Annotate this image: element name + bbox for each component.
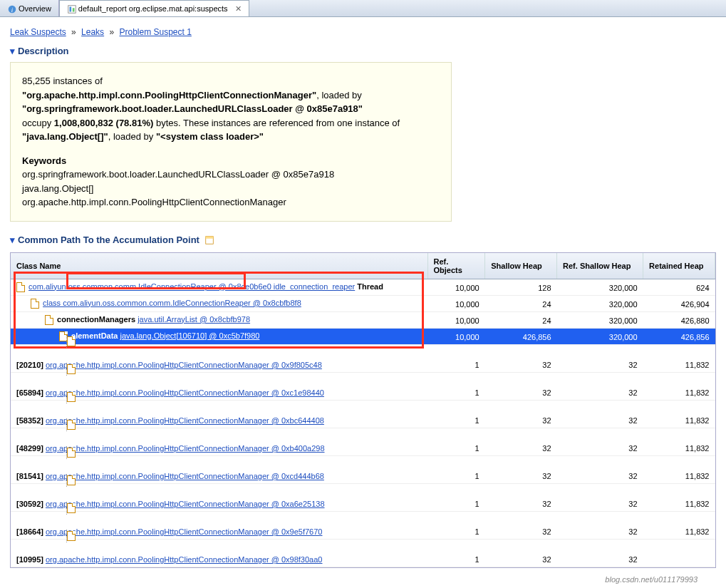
table-row[interactable]: [18664] org.apache.http.impl.conn.Poolin…	[11, 511, 715, 539]
col-class-name[interactable]: Class Name	[11, 253, 427, 279]
class-link[interactable]: org.apache.http.impl.conn.PoolingHttpCli…	[46, 361, 322, 369]
class-link[interactable]: org.apache.http.impl.conn.PoolingHttpCli…	[46, 388, 324, 397]
svg-rect-2	[68, 6, 76, 14]
table-row[interactable]: [48299] org.apache.http.impl.conn.Poolin…	[11, 428, 715, 455]
class-link[interactable]: java.util.ArrayList @ 0x8cbfb978	[138, 315, 250, 324]
tab-report[interactable]: default_report org.eclipse.mat.api:suspe…	[59, 0, 249, 16]
col-shallow[interactable]: Shallow Heap	[485, 253, 557, 279]
table-row[interactable]: [65894] org.apache.http.impl.conn.Poolin…	[11, 372, 715, 400]
file-icon	[67, 392, 76, 402]
file-icon	[31, 299, 39, 309]
table-row[interactable]: class com.aliyun.oss.common.comm.IdleCon…	[11, 295, 715, 311]
file-icon	[45, 315, 53, 325]
class-link[interactable]: com.aliyun.oss.common.comm.IdleConnectio…	[28, 282, 355, 291]
tab-bar: i Overview default_report org.eclipse.ma…	[0, 0, 726, 17]
file-icon	[67, 336, 76, 346]
file-icon	[67, 448, 76, 458]
table-row[interactable]: connectionManagers java.util.ArrayList @…	[11, 311, 715, 328]
watermark: blog.csdn.net/u011179993	[605, 575, 698, 584]
class-link[interactable]: org.apache.http.impl.conn.PoolingHttpCli…	[46, 444, 325, 453]
tab-label: default_report org.eclipse.mat.api:suspe…	[78, 4, 228, 13]
table-row[interactable]: [81541] org.apache.http.impl.conn.Poolin…	[11, 455, 715, 483]
breadcrumb: Leak Suspects » Leaks » Problem Suspect …	[10, 27, 716, 37]
file-icon	[67, 364, 76, 374]
accumulation-table: Class Name Ref. Objects Shallow Heap Ref…	[10, 252, 716, 568]
table-row[interactable]: com.aliyun.oss.common.comm.IdleConnectio…	[11, 279, 715, 295]
svg-rect-3	[69, 7, 71, 12]
table-icon	[205, 236, 214, 244]
table-row[interactable]: elementData java.lang.Object[106710] @ 0…	[11, 328, 715, 344]
class-link[interactable]: org.apache.http.impl.conn.PoolingHttpCli…	[46, 472, 324, 480]
table-header-row: Class Name Ref. Objects Shallow Heap Ref…	[11, 253, 715, 279]
tab-overview[interactable]: i Overview	[0, 0, 59, 16]
collapse-icon: ▾	[10, 234, 15, 245]
section-common-path[interactable]: ▾Common Path To the Accumulation Point	[10, 234, 716, 245]
close-icon[interactable]: ✕	[235, 4, 242, 14]
class-link[interactable]: java.lang.Object[106710] @ 0xc5b7f980	[120, 331, 260, 340]
collapse-icon: ▾	[10, 46, 15, 56]
class-link[interactable]: class com.aliyun.oss.common.comm.IdleCon…	[43, 299, 301, 307]
table-row[interactable]: [30592] org.apache.http.impl.conn.Poolin…	[11, 483, 715, 511]
table-row[interactable]: [10995] org.apache.http.impl.conn.Poolin…	[11, 539, 715, 567]
table-row[interactable]: [58352] org.apache.http.impl.conn.Poolin…	[11, 400, 715, 428]
col-ref-objects[interactable]: Ref. Objects	[427, 253, 485, 279]
file-icon	[67, 420, 76, 430]
report-icon	[67, 4, 76, 13]
file-icon	[67, 503, 76, 513]
file-icon	[16, 282, 25, 292]
class-link[interactable]: org.apache.http.impl.conn.PoolingHttpCli…	[46, 500, 325, 508]
section-description[interactable]: ▾Description	[10, 46, 716, 56]
col-ref-shallow[interactable]: Ref. Shallow Heap	[557, 253, 643, 279]
file-icon	[67, 531, 76, 541]
col-retained[interactable]: Retained Heap	[643, 253, 715, 279]
breadcrumb-link[interactable]: Leak Suspects	[10, 27, 66, 37]
breadcrumb-link[interactable]: Leaks	[81, 27, 104, 37]
info-icon: i	[7, 4, 16, 13]
breadcrumb-link[interactable]: Problem Suspect 1	[120, 27, 192, 37]
svg-rect-4	[73, 8, 75, 11]
description-box: 85,255 instances of "org.apache.http.imp…	[10, 62, 452, 222]
class-link[interactable]: org.apache.http.impl.conn.PoolingHttpCli…	[46, 416, 324, 425]
table-row[interactable]: [20210] org.apache.http.impl.conn.Poolin…	[11, 344, 715, 372]
class-link[interactable]: org.apache.http.impl.conn.PoolingHttpCli…	[46, 555, 322, 564]
svg-rect-6	[205, 237, 213, 239]
class-link[interactable]: org.apache.http.impl.conn.PoolingHttpCli…	[46, 527, 322, 536]
file-icon	[67, 475, 76, 485]
tab-label: Overview	[19, 4, 51, 13]
